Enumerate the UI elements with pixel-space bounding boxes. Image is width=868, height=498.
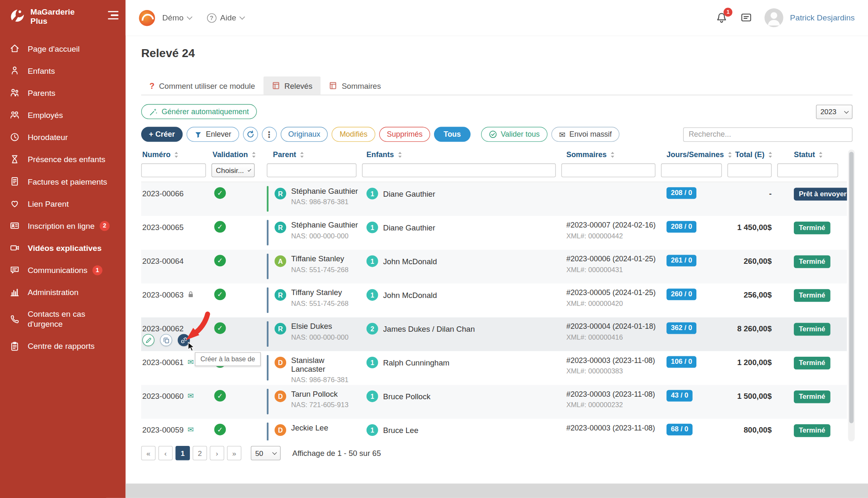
sort-icon[interactable] — [397, 151, 402, 158]
table-row[interactable]: 2023-00065 ✓ RStéphanie GauthierNAS: 000… — [141, 216, 847, 250]
column-header-sommaires[interactable]: Sommaires — [561, 148, 661, 162]
children-names: John McDonald — [383, 291, 437, 318]
sidebar-item-accueil[interactable]: Page d'accueil — [0, 38, 126, 60]
notifications-button[interactable]: 1 — [715, 11, 728, 24]
filter-modifies-button[interactable]: Modifiés — [332, 127, 375, 142]
refresh-button[interactable] — [243, 127, 258, 142]
sidebar-item-employes[interactable]: Employés — [0, 104, 126, 126]
sidebar-item-inscription[interactable]: Inscription en ligne2 — [0, 215, 126, 237]
sort-icon[interactable] — [299, 151, 304, 158]
validated-check-icon: ✓ — [214, 390, 226, 402]
duplicate-button[interactable] — [160, 334, 172, 346]
app-logo-icon[interactable] — [139, 10, 155, 26]
children-count-badge: 2 — [367, 323, 378, 335]
validate-all-button[interactable]: Valider tous — [481, 127, 547, 142]
remove-button[interactable]: Enlever — [187, 127, 239, 142]
tab-releves[interactable]: Relevés — [263, 76, 321, 95]
validation-cell: ✓ — [212, 419, 267, 440]
parent-nas: NAS: 000-000-000 — [291, 232, 358, 240]
sidebar-item-parents[interactable]: Parents — [0, 82, 126, 104]
sidebar-item-horodateur[interactable]: Horodateur — [0, 126, 126, 148]
staff-icon — [10, 110, 20, 120]
table-row[interactable]: 2023-00060✉ ✓ DTarun PollockNAS: 721-605… — [141, 385, 847, 419]
table-row[interactable]: 2023-00066 ✓ RStéphanie GauthierNAS: 986… — [141, 182, 847, 216]
parent-name: Tiffany Stanley — [291, 288, 349, 297]
sidebar: MaGarderie Plus Page d'accueil Enfants P… — [0, 0, 126, 498]
validated-check-icon: ✓ — [214, 323, 226, 334]
sidebar-item-communications[interactable]: Communications1 — [0, 259, 126, 281]
filter-jours-input[interactable] — [661, 163, 722, 177]
sidebar-item-label: Communications — [27, 265, 87, 275]
children-names: Bruce Pollock — [383, 392, 431, 419]
table-row[interactable]: 2023-00059✉ ✓ DJeckie Lee 1Bruce Lee #20… — [141, 419, 847, 440]
sidebar-item-administration[interactable]: Administration — [0, 281, 126, 303]
create-button[interactable]: + Créer — [141, 127, 183, 142]
table-scrollbar[interactable] — [848, 150, 855, 441]
sommaire-xml: XML#: 000000416 — [566, 333, 659, 341]
filter-statut-input[interactable] — [777, 163, 838, 177]
page-2-button[interactable]: 2 — [193, 446, 207, 460]
tab-sommaires[interactable]: Sommaires — [321, 76, 389, 95]
column-header-statut[interactable]: Statut — [777, 148, 847, 162]
org-switcher[interactable]: Démo — [162, 13, 191, 22]
sidebar-item-factures[interactable]: Factures et paiements — [0, 170, 126, 193]
column-header-numero[interactable]: Numéro — [141, 148, 212, 162]
user-name[interactable]: Patrick Desjardins — [790, 13, 855, 22]
parent-avatar: R — [274, 222, 286, 233]
notification-count-badge: 1 — [723, 8, 732, 16]
sort-icon[interactable] — [251, 151, 256, 158]
first-page-button[interactable]: « — [141, 446, 156, 460]
filter-total-input[interactable] — [727, 163, 771, 177]
page-size-select[interactable]: 50 — [251, 446, 281, 460]
filter-numero-input[interactable] — [141, 163, 206, 177]
brand-logo-icon[interactable] — [8, 7, 26, 24]
sommaire-xml: XML#: 000000442 — [566, 232, 659, 240]
parent-cell: RElsie DukesNAS: 000-000-000 — [267, 318, 362, 351]
last-page-button[interactable]: » — [227, 446, 242, 460]
sort-icon[interactable] — [610, 151, 615, 158]
sidebar-item-contacts-urgence[interactable]: Contacts en cas d'urgence — [0, 303, 126, 335]
column-header-parent[interactable]: Parent — [267, 148, 362, 162]
filter-enfants-input[interactable] — [362, 163, 556, 177]
table-row[interactable]: 2023-00064 ✓ ATiffanie StanleyNAS: 551-7… — [141, 250, 847, 283]
table-row[interactable]: 2023-00063 ✓ RTiffany StanleyNAS: 551-74… — [141, 283, 847, 317]
column-header-total[interactable]: Total (E) — [727, 148, 777, 162]
filter-sommaires-input[interactable] — [561, 163, 656, 177]
filter-validation-select[interactable]: Choisir... — [212, 163, 255, 177]
page-1-button[interactable]: 1 — [175, 446, 190, 460]
sidebar-item-lien-parent[interactable]: Lien Parent — [0, 193, 126, 215]
brand-name[interactable]: MaGarderie Plus — [30, 7, 75, 26]
help-menu[interactable]: ? Aide — [207, 13, 244, 23]
tab-help[interactable]: ? Comment utiliser ce module — [141, 76, 263, 95]
sidebar-toggle-icon[interactable] — [108, 11, 118, 20]
child-icon — [10, 65, 20, 76]
generate-button[interactable]: Générer automatiquement — [141, 104, 257, 119]
year-select[interactable]: 2023 — [816, 105, 853, 119]
user-avatar[interactable] — [765, 8, 783, 27]
scrollbar-thumb[interactable] — [849, 152, 854, 423]
filter-originaux-button[interactable]: Originaux — [280, 127, 328, 142]
column-header-enfants[interactable]: Enfants — [362, 148, 561, 162]
edit-button[interactable] — [142, 334, 155, 346]
messages-button[interactable] — [740, 12, 752, 24]
sommaire-cell: #2023-00005 (2024-01-25)XML#: 000000420 — [561, 283, 661, 317]
column-header-jours[interactable]: Jours/Semaines — [661, 148, 727, 162]
filter-parent-input[interactable] — [267, 163, 357, 177]
more-options-button[interactable]: ⋮ — [262, 127, 277, 142]
filter-tous-button[interactable]: Tous — [434, 127, 470, 142]
sidebar-item-enfants[interactable]: Enfants — [0, 60, 126, 82]
sidebar-item-videos[interactable]: Vidéos explicatives — [0, 237, 126, 259]
sidebar-item-rapports[interactable]: Centre de rapports — [0, 335, 126, 357]
filter-supprimes-button[interactable]: Supprimés — [379, 127, 430, 142]
sort-icon[interactable] — [174, 151, 179, 158]
sort-icon[interactable] — [818, 151, 823, 158]
prev-page-button[interactable]: ‹ — [158, 446, 173, 460]
page-title: Relevé 24 — [141, 47, 853, 60]
table-row[interactable]: 2023-00062 ✓ RElsie DukesNAS: 000-000-00… — [141, 318, 847, 351]
sidebar-item-presence[interactable]: Présence des enfants — [0, 148, 126, 170]
sort-icon[interactable] — [768, 151, 773, 158]
mass-send-button[interactable]: ✉ Envoi massif — [551, 127, 620, 142]
next-page-button[interactable]: › — [210, 446, 224, 460]
column-header-validation[interactable]: Validation — [212, 148, 267, 162]
search-input[interactable] — [683, 127, 853, 142]
